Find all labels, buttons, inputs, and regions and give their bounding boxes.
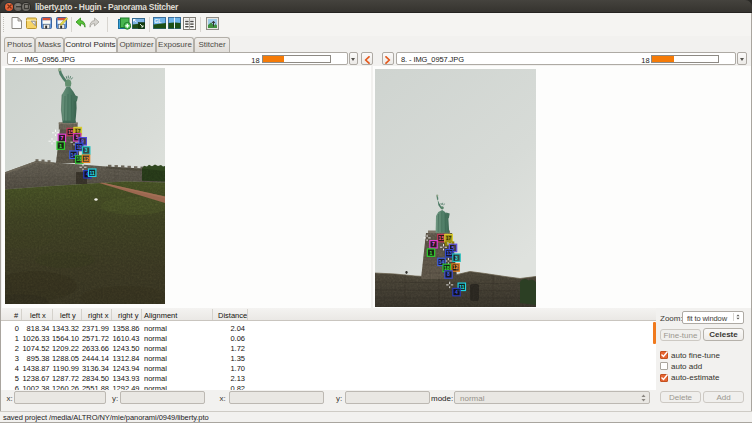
svg-text:13: 13 [446,250,452,256]
svg-text:15: 15 [439,235,445,241]
svg-text:3: 3 [85,148,88,154]
svg-text:8: 8 [447,272,450,278]
svg-text:18: 18 [77,157,83,163]
svg-text:12: 12 [453,265,459,271]
svg-text:GL: GL [154,18,162,24]
svg-text:11: 11 [90,170,96,176]
svg-text:7: 7 [61,135,64,141]
svg-text:13: 13 [76,144,82,150]
svg-text:1: 1 [59,143,62,149]
svg-text:15: 15 [68,129,74,135]
svg-text:17: 17 [446,235,452,241]
svg-text:5: 5 [76,134,79,140]
svg-text:1: 1 [430,250,433,256]
svg-text:3: 3 [455,255,458,261]
svg-text:4: 4 [455,289,458,295]
svg-text:12: 12 [83,156,89,162]
svg-text:7: 7 [432,241,435,247]
svg-text:18: 18 [444,265,450,271]
